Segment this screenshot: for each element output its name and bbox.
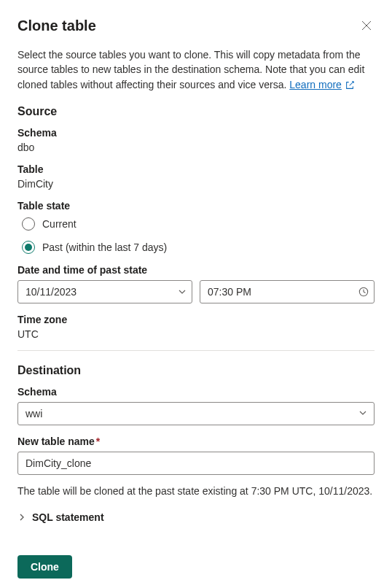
radio-current-label: Current [42, 218, 77, 230]
new-table-name-label: New table name* [17, 436, 375, 447]
dialog-description: Select the source tables you want to clo… [17, 47, 375, 92]
table-state-radio-group: Current Past (within the last 7 days) [17, 217, 375, 254]
time-input[interactable] [200, 280, 375, 303]
new-table-name-input[interactable] [17, 452, 375, 475]
radio-current[interactable]: Current [17, 217, 375, 231]
radio-icon [22, 217, 35, 231]
chevron-right-icon [17, 513, 26, 522]
sql-statement-expander[interactable]: SQL statement [17, 508, 375, 526]
close-button[interactable] [358, 18, 375, 36]
sql-statement-label: SQL statement [32, 511, 104, 523]
clone-summary: The table will be cloned at the past sta… [17, 485, 375, 497]
source-schema-label: Schema [17, 127, 375, 139]
source-table-value: DimCity [17, 178, 375, 190]
radio-past[interactable]: Past (within the last 7 days) [17, 241, 375, 254]
required-indicator: * [96, 436, 100, 447]
external-link-icon [345, 80, 355, 90]
close-icon [361, 20, 372, 33]
dest-schema-label: Schema [17, 386, 375, 398]
radio-icon [22, 241, 35, 254]
datetime-label: Date and time of past state [17, 264, 375, 276]
section-divider [17, 350, 375, 351]
dest-schema-select[interactable] [17, 402, 375, 425]
source-schema-value: dbo [17, 142, 375, 153]
source-heading: Source [17, 105, 375, 118]
clone-button[interactable]: Clone [17, 555, 72, 579]
destination-heading: Destination [17, 364, 375, 377]
learn-more-link[interactable]: Learn more [289, 79, 342, 90]
timezone-label: Time zone [17, 314, 375, 325]
radio-past-label: Past (within the last 7 days) [42, 241, 167, 253]
table-state-label: Table state [17, 200, 375, 212]
source-table-label: Table [17, 163, 375, 175]
timezone-value: UTC [17, 328, 375, 340]
dialog-title: Clone table [17, 18, 96, 34]
date-input[interactable] [17, 280, 192, 303]
